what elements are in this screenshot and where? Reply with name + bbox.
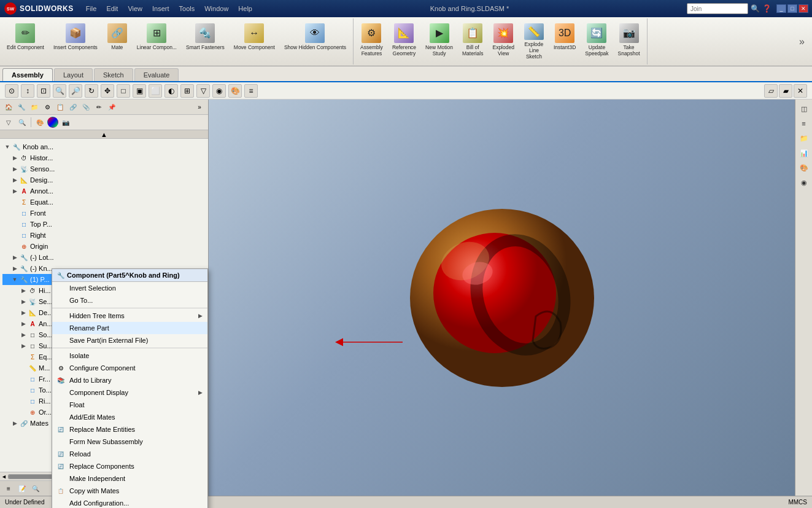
rs-btn-color[interactable]: 🎨 [797,161,811,174]
ctx-go-to[interactable]: Go To... [52,294,207,307]
tree-item-annotations[interactable]: ▶ A Annot... [2,186,206,197]
toolbar-btn-assembly-features[interactable]: ⚙ AssemblyFeatures [356,20,387,63]
tree-item-history[interactable]: ▶ ⏱ Histor... [2,152,206,163]
panel-btn-write[interactable]: ✏ [93,101,105,113]
toolbar-btn-insert-components[interactable]: 📦 Insert Components [49,20,102,63]
ctx-isolate[interactable]: Isolate [52,350,207,362]
toolbar-btn-show-hidden[interactable]: 👁 Show Hidden Components [280,20,350,63]
panel-btn-part[interactable]: 🔧 [15,101,28,113]
tree-item-design[interactable]: ▶ 📐 Desig... [2,174,206,186]
panel-btn-link[interactable]: 🔗 [67,101,79,113]
ctx-form-new-subassembly[interactable]: Form New Subassembly [52,436,207,448]
tab-evaluate[interactable]: Evaluate [134,68,179,81]
toolbar-btn-bill-of-materials[interactable]: 📋 Bill ofMaterials [458,20,487,63]
ctx-make-independent[interactable]: Make Independent [52,472,207,485]
toolbar-btn-edit-component[interactable]: ✏ Edit Component [2,20,48,63]
tab-layout[interactable]: Layout [54,68,93,81]
panel-btn-ref[interactable]: 📌 [106,101,118,113]
rotate-view-btn[interactable]: ↻ [85,84,98,98]
display-btn7[interactable]: ◉ [212,84,226,98]
viewport[interactable] [209,100,795,496]
tree-item-front[interactable]: □ Front [2,208,206,219]
panel-btn-folder[interactable]: 📁 [28,101,41,113]
ctx-replace-mate-entities[interactable]: 🔄 Replace Mate Entities [52,423,207,436]
rs-btn-view[interactable]: ◫ [797,102,811,115]
panel-btn-home[interactable]: 🏠 [2,101,15,113]
ctx-hidden-tree-items[interactable]: Hidden Tree Items ▶ [52,310,207,322]
display-btn1[interactable]: □ [117,84,130,98]
display-btn4[interactable]: ◐ [164,84,178,98]
ctx-add-edit-mates[interactable]: Add/Edit Mates [52,411,207,423]
close-viewport-btn[interactable]: ✕ [794,84,807,98]
ctx-add-configuration[interactable]: Add Configuration... [52,497,207,508]
tree-item-knob[interactable]: ▼ 🔧 Knob an... [2,141,206,152]
menu-view[interactable]: View [128,5,142,12]
rs-btn-dot[interactable]: ◉ [797,176,811,189]
ctx-invert-selection[interactable]: Invert Selection [52,282,207,294]
menu-window[interactable]: Window [204,5,228,12]
toolbar-btn-explode-line-sketch[interactable]: 📏 ExplodeLineSketch [519,20,549,63]
toolbar-btn-take-snapshot[interactable]: 📷 TakeSnapshot [614,20,644,63]
search-tree-btn[interactable]: 🔍 [16,116,28,128]
toolbar-btn-move-component[interactable]: ↔ Move Component [230,20,279,63]
tree-item-equations[interactable]: Σ Equat... [2,197,206,208]
ctx-rename-part[interactable]: Rename Part [52,322,207,334]
menu-help[interactable]: Help [238,5,252,12]
menu-file[interactable]: File [86,5,97,12]
rs-btn-menu[interactable]: ≡ [797,117,811,130]
filter-btn[interactable]: ▽ [2,116,15,128]
pan-view-btn[interactable]: ✥ [101,84,114,98]
palette-btn[interactable] [47,117,58,128]
ctx-float[interactable]: Float [52,399,207,411]
toolbar-btn-update-speedpak[interactable]: 🔄 UpdateSpeedpak [581,20,613,63]
panel-bottom-btn2[interactable]: 📝 [16,482,28,494]
display-btn9[interactable]: ≡ [244,84,258,98]
rs-btn-chart[interactable]: 📊 [797,146,811,160]
ctx-reload[interactable]: 🔄 Reload [52,448,207,460]
close-button[interactable]: ✕ [798,4,808,13]
view-orientation-btn[interactable]: ⊙ [5,84,18,98]
color-picker-btn[interactable]: 🎨 [34,116,46,128]
split-view-btn2[interactable]: ▰ [779,84,792,98]
toolbar-btn-new-motion-study[interactable]: ▶ New MotionStudy [421,20,457,63]
ctx-add-to-library[interactable]: 📚 Add to Library [52,374,207,386]
display-btn5[interactable]: ⊞ [180,84,194,98]
ctx-replace-components[interactable]: 🔄 Replace Components [52,460,207,472]
minimize-button[interactable]: _ [776,4,786,13]
tree-item-origin[interactable]: ⊕ Origin [2,241,206,252]
help-icon[interactable]: ❓ [762,4,771,13]
photo-btn[interactable]: 📷 [60,116,72,128]
panel-btn-attach[interactable]: 📎 [80,101,92,113]
menu-tools[interactable]: Tools [179,5,195,12]
toolbar-btn-smart-fasteners[interactable]: 🔩 Smart Fasteners [182,20,229,63]
rs-btn-folder[interactable]: 📁 [797,131,811,145]
toolbar-btn-linear-component[interactable]: ⊞ Linear Compon... [133,20,181,63]
tree-item-sensors[interactable]: ▶ 📡 Senso... [2,163,206,174]
toolbar-btn-mate[interactable]: 🔗 Mate [102,20,132,63]
scroll-left-btn[interactable]: ◄ [1,474,7,480]
menu-edit[interactable]: Edit [106,5,118,12]
tree-item-top[interactable]: □ Top P... [2,219,206,230]
tree-item-lot[interactable]: ▶ 🔧 (-) Lot... [2,252,206,263]
toolbar-btn-instant3d[interactable]: 3D Instant3D [549,20,580,63]
zoom-fit-btn[interactable]: ⊡ [37,84,50,98]
display-btn8[interactable]: 🎨 [228,84,242,98]
panel-btn-expand[interactable]: » [193,101,206,113]
view-normal-btn[interactable]: ↕ [21,84,34,98]
panel-btn-settings[interactable]: ⚙ [41,101,53,113]
panel-btn-copy[interactable]: 📋 [54,101,66,113]
search-icon[interactable]: 🔍 [751,4,760,13]
toolbar-btn-exploded-view[interactable]: 💥 ExplodedView [488,20,518,63]
scroll-up-arrow[interactable]: ▲ [0,130,208,139]
tab-assembly[interactable]: Assembly [2,68,53,81]
toolbar-btn-reference-geometry[interactable]: 📐 ReferenceGeometry [388,20,420,63]
tab-sketch[interactable]: Sketch [94,68,133,81]
display-btn2[interactable]: ▣ [133,84,146,98]
menu-insert[interactable]: Insert [152,5,169,12]
tree-item-right[interactable]: □ Right [2,230,206,241]
maximize-button[interactable]: □ [787,4,797,13]
expand-toolbar-icon[interactable]: » [799,36,805,47]
display-btn3[interactable]: ⬜ [149,84,162,98]
zoom-out-btn[interactable]: 🔎 [69,84,82,98]
split-view-btn1[interactable]: ▱ [764,84,778,98]
